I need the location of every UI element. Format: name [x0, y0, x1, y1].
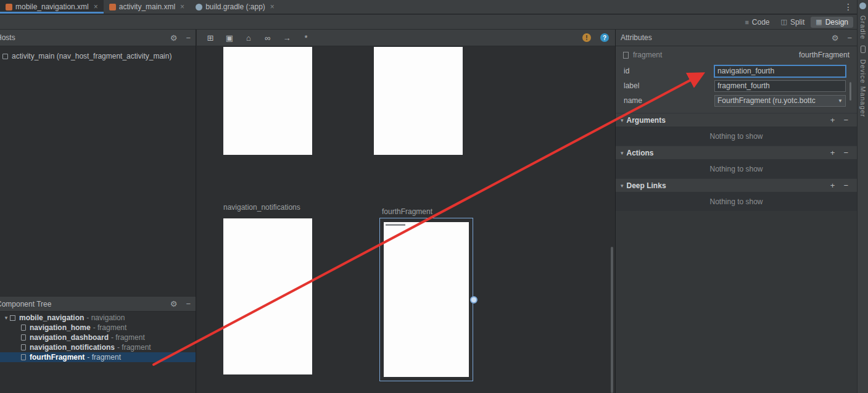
tree-item-name: navigation_dashboard: [30, 333, 109, 342]
remove-action-icon[interactable]: −: [843, 148, 848, 157]
add-deep-link-icon[interactable]: +: [830, 181, 835, 190]
chevron-down-icon[interactable]: ▾: [621, 183, 624, 189]
add-argument-icon[interactable]: +: [830, 115, 835, 125]
tree-item-navigation-dashboard[interactable]: navigation_dashboard - fragment: [0, 333, 196, 342]
deep-link-icon[interactable]: ∞: [263, 33, 273, 43]
gear-icon[interactable]: ⚙: [832, 33, 839, 43]
canvas-toolbar: ⊞ ▣ ⌂ ∞ → * ! ?: [197, 30, 615, 46]
fragment-preview-home[interactable]: [223, 47, 312, 155]
tab-label: build.gradle (:app): [205, 2, 265, 11]
component-name-label: fourthFragment: [799, 51, 849, 59]
code-icon: ≡: [745, 19, 748, 26]
close-icon[interactable]: ×: [94, 2, 98, 11]
tree-item-fourth-fragment[interactable]: fourthFragment - fragment: [0, 352, 196, 362]
attribute-row-label: label: [616, 78, 857, 93]
design-view-label: Design: [825, 18, 848, 27]
minimize-icon[interactable]: −: [186, 33, 191, 43]
canvas-scrollbar[interactable]: [611, 247, 613, 393]
fragment-preview-fourth[interactable]: [384, 222, 469, 377]
add-action-icon[interactable]: +: [830, 148, 835, 157]
attributes-scrollbar[interactable]: [849, 82, 851, 101]
hosts-panel-header: Hosts ⚙ −: [0, 30, 196, 46]
minimize-icon[interactable]: −: [847, 33, 852, 43]
code-view-label: Code: [752, 18, 770, 27]
device-manager-icon[interactable]: [861, 46, 866, 53]
name-dropdown[interactable]: FourthFragment (ru.yotc.bottc ▼: [714, 95, 846, 107]
gear-icon[interactable]: ⚙: [170, 33, 178, 43]
attribute-row-name: name FourthFragment (ru.yotc.bottc ▼: [616, 93, 857, 108]
fragment-preview-notifications[interactable]: [223, 218, 312, 374]
chevron-down-icon[interactable]: ▾: [2, 315, 10, 321]
action-arrow-icon[interactable]: →: [282, 33, 292, 43]
attributes-panel: Attributes ⚙ − fragment fourthFragment i…: [615, 30, 857, 393]
home-icon[interactable]: ⌂: [244, 33, 254, 43]
activity-icon: [2, 54, 8, 59]
code-view-button[interactable]: ≡ Code: [740, 17, 774, 28]
tree-item-type: - fragment: [111, 333, 145, 342]
auto-arrange-icon[interactable]: *: [301, 33, 311, 43]
hosts-panel-title: Hosts: [0, 33, 162, 42]
kebab-menu-icon[interactable]: ⋮: [840, 2, 857, 12]
device-manager-tool-button[interactable]: Device Manager: [859, 59, 867, 117]
attribute-label-name: name: [624, 96, 714, 105]
design-surface[interactable]: navigation_notifications fourthFragment: [197, 46, 615, 393]
editor-mode-bar: ≡ Code ◫ Split ▦ Design: [0, 15, 857, 30]
attribute-label-label: label: [624, 81, 714, 90]
chevron-down-icon[interactable]: ▾: [621, 150, 624, 156]
host-item-activity-main[interactable]: activity_main (nav_host_fragment_activit…: [0, 51, 196, 62]
attributes-panel-header: Attributes ⚙ −: [616, 30, 857, 46]
actions-empty-state: Nothing to show: [616, 159, 857, 178]
action-connection-handle[interactable]: [470, 296, 477, 304]
warning-badge[interactable]: !: [582, 33, 591, 42]
gear-icon[interactable]: ⚙: [170, 299, 178, 308]
fragment-icon: [21, 334, 26, 341]
arguments-section-header[interactable]: ▾ Arguments + −: [616, 113, 857, 126]
gradle-tool-button[interactable]: Gradle: [859, 15, 867, 39]
design-view-button[interactable]: ▦ Design: [811, 17, 853, 28]
design-icon: ▦: [816, 18, 822, 26]
attribute-label-id: id: [624, 67, 714, 75]
help-icon[interactable]: ?: [600, 33, 609, 42]
fragment-icon: [623, 52, 629, 59]
tree-item-type: - fragment: [87, 353, 121, 362]
tab-mobile-navigation-xml[interactable]: mobile_navigation.xml ×: [0, 0, 104, 14]
chevron-down-icon[interactable]: ▾: [621, 117, 624, 123]
arguments-section-title: Arguments: [627, 116, 666, 125]
tool-window-bar: Gradle Device Manager: [857, 0, 868, 393]
new-destination-icon[interactable]: ⊞: [205, 33, 215, 43]
attributes-panel-filler: [616, 211, 857, 393]
deep-links-section-header[interactable]: ▾ Deep Links + −: [616, 178, 857, 192]
left-panel: Hosts ⚙ − activity_main (nav_host_fragme…: [0, 30, 196, 393]
name-dropdown-value: FourthFragment (ru.yotc.bottc: [717, 96, 816, 105]
minimize-icon[interactable]: −: [186, 299, 191, 308]
tree-item-navigation-home[interactable]: navigation_home - fragment: [0, 323, 196, 333]
xml-file-icon: [109, 4, 116, 10]
tree-item-name: mobile_navigation: [19, 313, 84, 322]
tab-activity-main-xml[interactable]: activity_main.xml ×: [104, 0, 190, 14]
remove-deep-link-icon[interactable]: −: [843, 181, 848, 190]
component-tree-panel: Component Tree ⚙ − ▾ mobile_navigation -…: [0, 297, 196, 393]
tab-build-gradle[interactable]: build.gradle (:app) ×: [190, 0, 280, 14]
fragment-selection-frame[interactable]: [379, 218, 473, 381]
id-field[interactable]: [714, 65, 846, 77]
deep-links-section-title: Deep Links: [627, 181, 666, 190]
actions-section-header[interactable]: ▾ Actions + −: [616, 146, 857, 159]
split-view-button[interactable]: ◫ Split: [775, 17, 809, 28]
attributes-panel-title: Attributes: [621, 33, 823, 42]
tree-item-type: - navigation: [86, 313, 125, 322]
section-spacer: [616, 108, 857, 113]
tab-label: activity_main.xml: [119, 2, 175, 11]
group-icon[interactable]: ▣: [225, 33, 234, 43]
tree-item-mobile-navigation[interactable]: ▾ mobile_navigation - navigation: [0, 313, 196, 323]
label-field[interactable]: [714, 80, 846, 92]
fragment-icon: [21, 344, 26, 350]
gradle-icon[interactable]: [859, 2, 866, 9]
remove-argument-icon[interactable]: −: [843, 115, 848, 125]
tree-item-type: - fragment: [117, 343, 151, 352]
close-icon[interactable]: ×: [270, 2, 275, 11]
close-icon[interactable]: ×: [180, 2, 184, 11]
fragment-preview-text: [386, 224, 405, 226]
fragment-preview-dashboard[interactable]: [374, 47, 463, 155]
split-view-label: Split: [790, 18, 804, 27]
tree-item-navigation-notifications[interactable]: navigation_notifications - fragment: [0, 342, 196, 352]
